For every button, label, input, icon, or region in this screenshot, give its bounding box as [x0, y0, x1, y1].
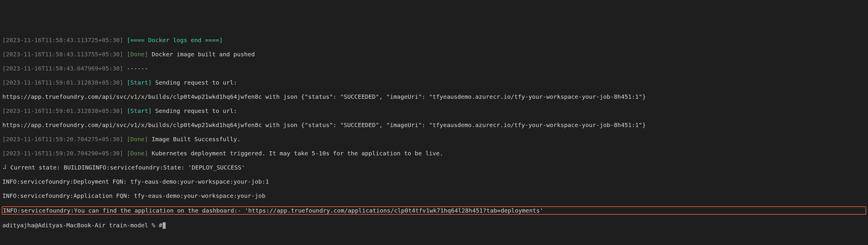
timestamp: [2023-11-16T11:59:01.312838+05:30]	[2, 79, 123, 86]
log-text: INFO:servicefoundry:You can find the app…	[3, 207, 543, 214]
timestamp: [2023-11-16T11:59:20.704275+05:30]	[2, 136, 123, 143]
log-tag: [Done]	[127, 150, 148, 157]
highlighted-output: INFO:servicefoundry:You can find the app…	[2, 206, 866, 215]
log-text: Image Built Successfully.	[148, 136, 241, 143]
log-line: [2023-11-16T11:58:43.113755+05:30] [Done…	[2, 51, 866, 58]
cursor	[163, 222, 166, 229]
terminal-output[interactable]: [2023-11-16T11:58:43.113725+05:30] [====…	[2, 30, 866, 236]
log-line: [2023-11-16T11:58:43.113725+05:30] [====…	[2, 37, 866, 44]
log-line: INFO:servicefoundry:You can find the app…	[3, 207, 865, 214]
log-tag: [Done]	[127, 136, 148, 143]
timestamp: [2023-11-16T11:58:43.113725+05:30]	[2, 37, 123, 44]
log-tag: [Start]	[127, 107, 151, 114]
timestamp: [2023-11-16T11:59:01.312838+05:30]	[2, 107, 123, 114]
log-line: [2023-11-16T11:59:20.704290+05:30] [Done…	[2, 150, 866, 157]
log-line: [2023-11-16T11:59:01.312838+05:30] [Star…	[2, 79, 866, 86]
log-text: Docker image built and pushed	[148, 51, 255, 58]
prompt-line[interactable]: adityajha@Adityas-MacBook-Air train-mode…	[2, 222, 866, 229]
log-line: [2023-11-16T11:59:20.704275+05:30] [Done…	[2, 136, 866, 143]
log-line: https://app.truefoundry.com/api/svc/v1/x…	[2, 93, 866, 100]
log-text: ------	[123, 65, 148, 72]
log-line: ⠼ Current state: BUILDINGINFO:servicefou…	[2, 164, 866, 171]
log-text: INFO:servicefoundry:Application FQN: tfy…	[2, 192, 266, 199]
log-text: INFO:servicefoundry:Deployment FQN: tfy-…	[2, 178, 269, 185]
log-text: https://app.truefoundry.com/api/svc/v1/x…	[2, 121, 646, 129]
timestamp: [2023-11-16T11:58:43.047969+05:30]	[2, 65, 123, 72]
log-line: [2023-11-16T11:58:43.047969+05:30] -----…	[2, 65, 866, 72]
log-text: Sending request to url:	[152, 107, 237, 114]
log-text: https://app.truefoundry.com/api/svc/v1/x…	[2, 93, 646, 100]
log-line: INFO:servicefoundry:Application FQN: tfy…	[2, 192, 866, 199]
prompt-text: adityajha@Adityas-MacBook-Air train-mode…	[2, 222, 162, 229]
log-line: https://app.truefoundry.com/api/svc/v1/x…	[2, 121, 866, 129]
log-line: INFO:servicefoundry:Deployment FQN: tfy-…	[2, 178, 866, 185]
log-tag: [Start]	[127, 79, 151, 86]
timestamp: [2023-11-16T11:59:20.704290+05:30]	[2, 150, 123, 157]
log-text: Sending request to url:	[152, 79, 237, 86]
timestamp: [2023-11-16T11:58:43.113755+05:30]	[2, 51, 123, 58]
spinner-icon: ⠼	[2, 164, 7, 171]
log-text: Kubernetes deployment triggered. It may …	[148, 150, 443, 157]
log-tag: [Done]	[127, 51, 148, 58]
log-tag: [==== Docker logs end ====]	[127, 37, 223, 44]
log-line: [2023-11-16T11:59:01.312838+05:30] [Star…	[2, 107, 866, 114]
log-text: Current state: BUILDINGINFO:servicefound…	[7, 164, 245, 171]
